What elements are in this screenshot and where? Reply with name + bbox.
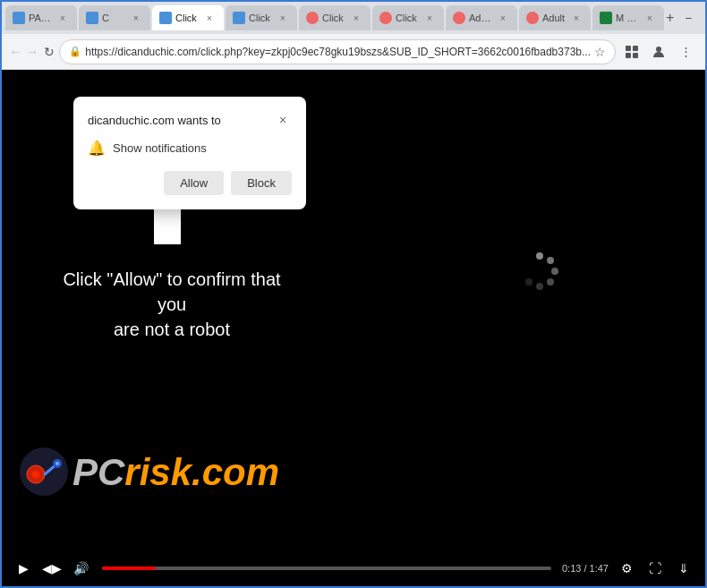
caption-line2: are not a robot <box>114 320 230 339</box>
tab-home[interactable]: M Home... × <box>592 5 664 30</box>
tab-close-paw[interactable]: × <box>55 11 70 25</box>
play-button[interactable]: ▶ <box>13 558 34 579</box>
svg-point-9 <box>547 278 554 285</box>
popup-buttons: Allow Block <box>88 171 292 195</box>
fullscreen-button[interactable]: ⛶ <box>644 558 666 579</box>
popup-close-button[interactable]: × <box>274 111 292 129</box>
svg-point-7 <box>547 257 554 264</box>
tab-close-home[interactable]: × <box>643 11 657 25</box>
browser-window: PAW N... × C × Click × Click × Click × C… <box>0 0 707 588</box>
svg-point-14 <box>32 471 39 478</box>
tab-favicon-click-active <box>159 12 172 24</box>
tab-favicon-adult1 <box>453 12 465 24</box>
tab-close-click4[interactable]: × <box>276 11 290 25</box>
video-area: dicanduchic.com wants to × 🔔 Show notifi… <box>2 70 705 550</box>
svg-point-6 <box>536 252 543 260</box>
title-bar: PAW N... × C × Click × Click × Click × C… <box>2 2 705 34</box>
spinner-svg <box>517 249 562 294</box>
tab-click-active[interactable]: Click × <box>152 5 224 30</box>
tab-favicon-click6 <box>379 12 392 24</box>
block-button[interactable]: Block <box>231 171 292 195</box>
svg-rect-0 <box>626 46 631 51</box>
minimize-button[interactable]: – <box>676 7 701 29</box>
page-content: dicanduchic.com wants to × 🔔 Show notifi… <box>2 70 705 586</box>
tab-adult2[interactable]: Adult × <box>519 5 591 30</box>
tab-favicon-c <box>86 12 98 24</box>
bookmark-star-icon[interactable]: ☆ <box>594 45 606 59</box>
tab-label-adult1: Adult... <box>469 13 492 23</box>
new-tab-button[interactable]: + <box>666 7 674 29</box>
reload-button[interactable]: ↻ <box>42 39 55 64</box>
tab-label-adult2: Adult <box>542 13 566 23</box>
tab-close-click-active[interactable]: × <box>202 11 217 25</box>
caption-text: Click "Allow" to confirm that you are no… <box>47 267 297 342</box>
tab-favicon-paw <box>13 12 25 24</box>
address-lock-icon: 🔒 <box>69 46 81 57</box>
notification-popup: dicanduchic.com wants to × 🔔 Show notifi… <box>73 97 306 209</box>
back-button[interactable]: ← <box>9 39 22 64</box>
svg-point-11 <box>525 278 532 285</box>
tab-label-click5: Click <box>322 13 345 23</box>
address-text: https://dicanduchic.com/click.php?key=zk… <box>85 46 591 58</box>
logo-pc: PC <box>72 451 124 493</box>
logo-risk: risk <box>124 451 192 493</box>
video-progress-fill <box>102 567 156 570</box>
logo-icon <box>20 447 69 497</box>
tab-click-6[interactable]: Click × <box>372 5 444 30</box>
volume-button[interactable]: 🔊 <box>70 558 91 579</box>
video-time-total: 1:47 <box>590 563 609 574</box>
tab-label-c: C <box>102 13 125 23</box>
next-button[interactable]: ◀▶ <box>41 558 63 579</box>
tab-close-c[interactable]: × <box>129 11 143 25</box>
tab-click-5[interactable]: Click × <box>299 5 371 30</box>
svg-point-8 <box>551 268 558 275</box>
popup-header: dicanduchic.com wants to × <box>88 111 292 129</box>
svg-point-10 <box>536 283 543 290</box>
tab-label-click6: Click <box>396 13 419 23</box>
profile-button[interactable] <box>646 39 671 64</box>
tab-favicon-adult2 <box>526 12 539 24</box>
loading-spinner <box>517 249 562 294</box>
address-bar[interactable]: 🔒 https://dicanduchic.com/click.php?key=… <box>59 39 616 64</box>
tab-label-click-active: Click <box>175 13 199 23</box>
tab-close-adult1[interactable]: × <box>496 11 510 25</box>
caption-line1: Click "Allow" to confirm that you <box>63 269 280 314</box>
tab-c[interactable]: C × <box>79 5 150 30</box>
tab-close-click5[interactable]: × <box>349 11 363 25</box>
svg-rect-2 <box>626 53 631 58</box>
nav-right-buttons: ⋮ <box>619 39 698 64</box>
navigation-bar: ← → ↻ 🔒 https://dicanduchic.com/click.ph… <box>2 34 705 70</box>
tab-close-click6[interactable]: × <box>422 11 437 25</box>
tab-label-click4: Click <box>249 13 272 23</box>
tab-favicon-click5 <box>306 12 319 24</box>
download-button[interactable]: ⇓ <box>673 558 694 579</box>
tab-favicon-home <box>600 12 612 24</box>
menu-button[interactable]: ⋮ <box>673 39 698 64</box>
tab-click-4[interactable]: Click × <box>226 5 297 30</box>
popup-notification-row: 🔔 Show notifications <box>88 140 292 157</box>
tab-close-adult2[interactable]: × <box>569 11 583 25</box>
popup-title: dicanduchic.com wants to <box>88 114 221 127</box>
tab-paw[interactable]: PAW N... × <box>5 5 77 30</box>
tab-adult1[interactable]: Adult... × <box>446 5 517 30</box>
tab-label-home: M Home... <box>616 13 639 23</box>
popup-notification-text: Show notifications <box>113 141 207 155</box>
bell-icon: 🔔 <box>88 140 106 157</box>
svg-point-17 <box>55 462 59 465</box>
window-controls: – □ ✕ <box>676 7 707 29</box>
video-controls-right: ⚙ ⛶ ⇓ <box>616 558 694 579</box>
logo-area: PCrisk.com <box>20 447 279 497</box>
tab-favicon-click4 <box>233 12 245 24</box>
logo-text: PCrisk.com <box>72 451 279 494</box>
extensions-button[interactable] <box>619 39 644 64</box>
logo-dotcom: .com <box>192 451 279 493</box>
allow-button[interactable]: Allow <box>164 171 224 195</box>
svg-point-4 <box>656 47 661 52</box>
video-time-current: 0:13 <box>562 563 581 574</box>
video-controls: ▶ ◀▶ 🔊 0:13 / 1:47 ⚙ ⛶ ⇓ <box>2 550 705 586</box>
tab-label-paw: PAW N... <box>29 13 52 23</box>
settings-button[interactable]: ⚙ <box>616 558 637 579</box>
forward-button[interactable]: → <box>26 39 39 64</box>
svg-rect-1 <box>633 46 638 51</box>
video-progress-bar[interactable] <box>102 567 551 570</box>
